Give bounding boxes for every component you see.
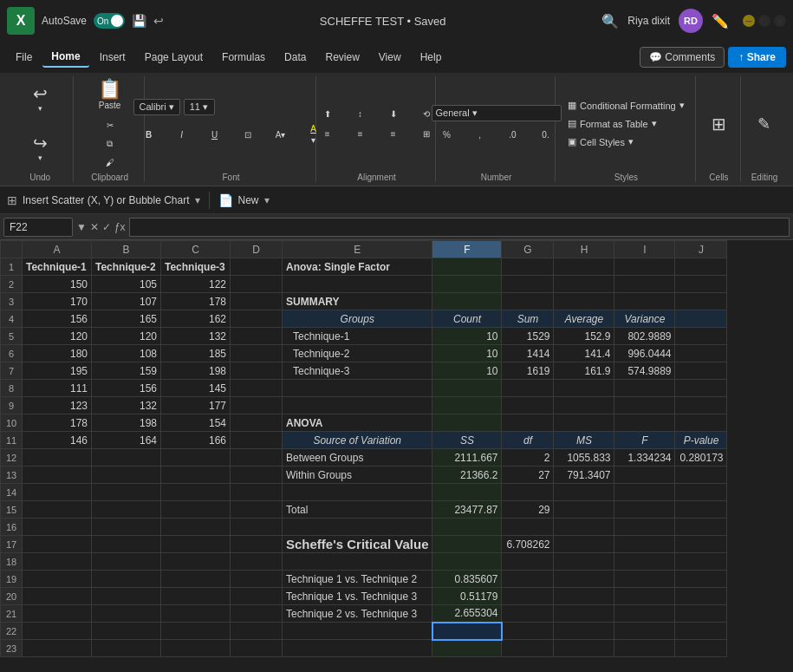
cell-r17c6[interactable] [432,536,502,553]
cell-r15c7[interactable]: 29 [502,501,554,519]
editing-button[interactable]: ✎ [749,111,780,137]
format-as-table-button[interactable]: ▤ Format as Table ▾ [564,116,688,131]
cell-r8c5[interactable] [283,380,432,397]
cell-r20c9[interactable] [614,588,675,605]
cell-r7c5[interactable]: Technique-3 [283,362,432,380]
cell-r21c3[interactable] [161,605,231,623]
col-header-f[interactable]: F [432,241,502,258]
cell-r15c6[interactable]: 23477.87 [432,501,502,519]
cell-r3c5[interactable]: SUMMARY [283,293,432,310]
cell-r4c6[interactable]: Count [432,310,502,328]
cell-r8c4[interactable] [231,380,283,397]
cell-r23c8[interactable] [554,640,614,657]
cell-r5c7[interactable]: 1529 [502,328,554,345]
cell-r12c9[interactable]: 1.334234 [614,449,675,466]
cell-r10c1[interactable]: 178 [23,414,92,432]
cell-r14c2[interactable] [92,484,161,501]
cell-r13c5[interactable]: Within Groups [283,466,432,484]
cell-r4c10[interactable] [675,310,727,328]
percent-button[interactable]: % [432,127,463,143]
cell-r8c9[interactable] [614,380,675,397]
row-header[interactable]: 2 [1,276,23,293]
copy-button[interactable]: ⧉ [94,135,126,153]
col-header-j[interactable]: J [675,241,727,258]
cancel-formula-icon[interactable]: ✕ [90,221,99,233]
menu-file[interactable]: File [7,48,41,67]
cell-r23c7[interactable] [502,640,554,657]
cell-r15c3[interactable] [161,501,231,519]
cell-r5c9[interactable]: 802.9889 [614,328,675,345]
undo-icon[interactable]: ↩ [153,14,164,28]
row-header[interactable]: 18 [1,553,23,571]
col-header-e[interactable]: E [283,241,432,258]
cell-r13c2[interactable] [92,466,161,484]
row-header[interactable]: 14 [1,484,23,501]
cell-r20c5[interactable]: Technique 1 vs. Technique 3 [283,588,432,605]
cell-r19c1[interactable] [23,571,92,588]
col-header-a[interactable]: A [23,241,92,258]
cell-r14c9[interactable] [614,484,675,501]
cell-r22c2[interactable] [92,623,161,640]
cell-r23c3[interactable] [161,640,231,657]
align-left-button[interactable]: ≡ [312,126,343,142]
cell-r9c2[interactable]: 132 [92,397,161,414]
font-size-select[interactable]: 11 ▾ [184,99,215,115]
cell-r19c8[interactable] [554,571,614,588]
italic-button[interactable]: I [166,127,198,143]
cell-r5c2[interactable]: 120 [92,328,161,345]
cell-r7c7[interactable]: 1619 [502,362,554,380]
cell-r9c3[interactable]: 177 [161,397,231,414]
cell-r19c9[interactable] [614,571,675,588]
menu-view[interactable]: View [370,48,410,67]
align-bottom-button[interactable]: ⬇ [378,106,409,122]
cell-r7c10[interactable] [675,362,727,380]
cell-r22c10[interactable] [675,623,727,640]
cell-r18c4[interactable] [231,553,283,571]
cell-r10c9[interactable] [614,414,675,432]
cell-r19c3[interactable] [161,571,231,588]
cell-r20c3[interactable] [161,588,231,605]
cell-r23c1[interactable] [23,640,92,657]
cell-r20c8[interactable] [554,588,614,605]
new-dropdown-icon[interactable]: ▾ [264,194,270,206]
col-header-b[interactable]: B [92,241,161,258]
align-right-button[interactable]: ≡ [378,126,409,142]
cell-r2c8[interactable] [554,276,614,293]
cell-r12c3[interactable] [161,449,231,466]
cell-r6c9[interactable]: 996.0444 [614,345,675,362]
increase-decimal-button[interactable]: .0 [497,127,529,143]
cell-r19c5[interactable]: Technique 1 vs. Technique 2 [283,571,432,588]
cell-r23c9[interactable] [614,640,675,657]
cell-r5c10[interactable] [675,328,727,345]
cell-r17c2[interactable] [92,536,161,553]
cells-button[interactable]: ⊞ [703,110,734,138]
cell-r6c8[interactable]: 141.4 [554,345,614,362]
cell-r21c6[interactable]: 2.655304 [432,605,502,623]
cell-r11c3[interactable]: 166 [161,432,231,449]
cell-r3c10[interactable] [675,293,727,310]
cell-r16c4[interactable] [231,519,283,536]
format-painter-button[interactable]: 🖌 [94,154,126,171]
cell-r7c4[interactable] [231,362,283,380]
cell-r10c6[interactable] [432,414,502,432]
cell-r14c3[interactable] [161,484,231,501]
cell-r23c2[interactable] [92,640,161,657]
row-header[interactable]: 23 [1,640,23,657]
cell-r14c6[interactable] [432,484,502,501]
cell-r17c4[interactable] [231,536,283,553]
cell-r20c7[interactable] [502,588,554,605]
cell-r18c1[interactable] [23,553,92,571]
pen-icon[interactable]: ✏️ [712,13,729,29]
cell-r16c1[interactable] [23,519,92,536]
cell-r8c7[interactable] [502,380,554,397]
cell-r17c10[interactable] [675,536,727,553]
cell-r3c9[interactable] [614,293,675,310]
cell-r22c3[interactable] [161,623,231,640]
cell-r4c8[interactable]: Average [554,310,614,328]
cell-r16c7[interactable] [502,519,554,536]
cell-r23c4[interactable] [231,640,283,657]
cell-r15c10[interactable] [675,501,727,519]
cell-r11c4[interactable] [231,432,283,449]
confirm-formula-icon[interactable]: ✓ [102,221,111,233]
cell-r10c2[interactable]: 198 [92,414,161,432]
